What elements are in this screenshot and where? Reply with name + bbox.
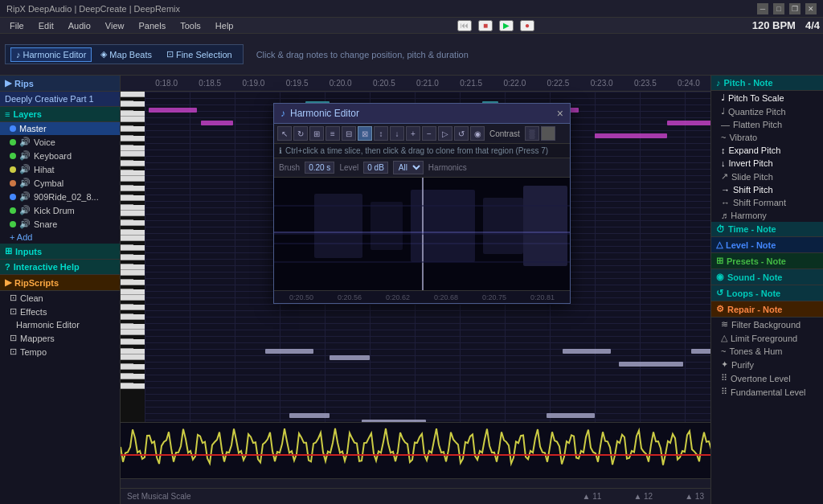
note-0[interactable] — [149, 108, 197, 113]
modal-time-1: 0:20.56 — [326, 293, 374, 301]
modal-tool-minus2[interactable]: − — [422, 126, 436, 141]
tones-hum[interactable]: ~ Tones & Hum — [711, 345, 823, 358]
note-9[interactable] — [330, 355, 370, 360]
modal-tool-undo[interactable]: ↺ — [454, 126, 469, 141]
section-pitch-note[interactable]: ♪ Pitch - Note — [711, 76, 823, 91]
close-button[interactable]: ✕ — [805, 3, 817, 14]
modal-spectrogram[interactable] — [274, 178, 570, 290]
modal-tool-minus[interactable]: ⊟ — [342, 126, 356, 141]
note-12[interactable] — [691, 349, 710, 354]
section-time-note[interactable]: ⏱ Time - Note — [711, 222, 823, 237]
pitch-to-scale[interactable]: ♩ Pitch To Scale — [711, 91, 823, 104]
menu-tools[interactable]: Tools — [174, 19, 207, 32]
ripscript-tempo[interactable]: ⊡ Tempo — [0, 345, 120, 359]
invert-pitch[interactable]: ↓ Invert Pitch — [711, 157, 823, 170]
harmony[interactable]: ♬ Harmony — [711, 209, 823, 222]
layer-909ride[interactable]: 🔊 909Ride_02_8... — [0, 190, 120, 203]
expand-pitch[interactable]: ↕ Expand Pitch — [711, 144, 823, 157]
note-1[interactable] — [201, 121, 233, 125]
note-10[interactable] — [563, 349, 611, 354]
vibrato[interactable]: ~ Vibrato — [711, 131, 823, 144]
harmonic-editor-button[interactable]: ♪ Harmonic Editor — [10, 47, 92, 62]
stop-button[interactable]: ■ — [478, 20, 493, 31]
modal-tool-rotate[interactable]: ↻ — [293, 126, 308, 141]
time-sig-display[interactable]: 4/4 — [805, 19, 820, 31]
modal-tool-updown[interactable]: ↕ — [374, 126, 388, 141]
modal-tool-cursor[interactable]: ⊠ — [358, 126, 372, 141]
modal-tool-down[interactable]: ↓ — [390, 126, 404, 141]
fundamental-icon: ⠿ — [721, 387, 727, 397]
restore-button[interactable]: ❐ — [789, 3, 800, 14]
section-loops-note[interactable]: ↺ Loops - Note — [711, 285, 823, 301]
section-presets-note[interactable]: ⊞ Presets - Note — [711, 253, 823, 269]
harmonics-select[interactable]: All — [393, 161, 424, 174]
modal-tool-contrast[interactable]: ░ — [525, 126, 539, 141]
fine-selection-button[interactable]: ⊡ Fine Selection — [161, 47, 238, 62]
bpm-display[interactable]: 120 BPM — [752, 19, 796, 31]
skip-back-button[interactable]: ⏮ — [457, 20, 472, 31]
layer-master[interactable]: Master — [0, 122, 120, 135]
ripscript-harmonic-editor[interactable]: Harmonic Editor — [0, 318, 120, 331]
quantize-pitch[interactable]: ♩ Quantize Pitch — [711, 104, 823, 118]
minimize-button[interactable]: ─ — [757, 3, 768, 14]
modal-tool-eye[interactable]: ◉ — [470, 126, 485, 141]
shift-pitch[interactable]: → Shift Pitch — [711, 183, 823, 196]
grid-h-39 — [145, 342, 710, 343]
speaker-icon-7: 🔊 — [19, 219, 31, 229]
menu-view[interactable]: View — [99, 19, 131, 32]
section-sound-note[interactable]: ◉ Sound - Note — [711, 269, 823, 285]
play-button[interactable]: ▶ — [499, 20, 514, 31]
ripscript-effects[interactable]: ⊡ Effects — [0, 305, 120, 318]
slide-pitch[interactable]: ↗ Slide Pitch — [711, 170, 823, 183]
menu-edit[interactable]: Edit — [32, 19, 60, 32]
modal-tool-color[interactable] — [541, 126, 555, 141]
section-level-note[interactable]: △ Level - Note — [711, 237, 823, 253]
modal-tool-play[interactable]: ▷ — [438, 126, 452, 141]
layer-keyboard[interactable]: 🔊 Keyboard — [0, 149, 120, 162]
shift-formant[interactable]: ↔ Shift Formant — [711, 196, 823, 209]
map-beats-button[interactable]: ◈ Map Beats — [95, 47, 158, 62]
note-15[interactable] — [547, 413, 595, 418]
filter-background[interactable]: ≋ Filter Background — [711, 318, 823, 331]
layer-voice[interactable]: 🔊 Voice — [0, 135, 120, 149]
overtone-level[interactable]: ⠿ Overtone Level — [711, 371, 823, 385]
maximize-button[interactable]: □ — [773, 3, 784, 14]
menu-panels[interactable]: Panels — [133, 19, 173, 32]
purify[interactable]: ✦ Purify — [711, 358, 823, 371]
waveform-area — [121, 422, 710, 478]
note-6[interactable] — [595, 133, 667, 138]
menu-help[interactable]: Help — [209, 19, 240, 32]
layer-snare[interactable]: 🔊 Snare — [0, 217, 120, 231]
h-scrollbar[interactable] — [121, 478, 710, 488]
menu-audio[interactable]: Audio — [62, 19, 97, 32]
ripscript-clean[interactable]: ⊡ Clean — [0, 291, 120, 305]
section-repair-note[interactable]: ⚙ Repair - Note — [711, 301, 823, 318]
fundamental-level[interactable]: ⠿ Fundamental Level — [711, 385, 823, 399]
rip-current[interactable]: Deeply Creative Part 1 — [0, 92, 120, 107]
note-8[interactable] — [265, 349, 313, 354]
piano-key-2 — [121, 101, 145, 107]
modal-tool-lines[interactable]: ≡ — [326, 126, 340, 141]
modal-tool-plus[interactable]: + — [406, 126, 420, 141]
layer-cymbal[interactable]: 🔊 Cymbal — [0, 176, 120, 190]
note-7[interactable] — [667, 121, 710, 125]
note-13[interactable] — [289, 413, 330, 418]
ripscript-mappers[interactable]: ⊡ Mappers — [0, 331, 120, 345]
brush-value[interactable]: 0.20 s — [305, 162, 334, 174]
layer-kickdrum[interactable]: 🔊 Kick Drum — [0, 203, 120, 217]
add-layer-button[interactable]: + Add — [0, 231, 120, 244]
record-button[interactable]: ● — [520, 20, 534, 31]
menu-file[interactable]: File — [3, 19, 31, 32]
note-11[interactable] — [619, 362, 683, 367]
modal-time-5: 0:20.81 — [518, 293, 567, 301]
modal-close-button[interactable]: × — [557, 107, 563, 120]
window-controls[interactable]: ─ □ ❐ ✕ — [757, 3, 817, 14]
modal-tool-select[interactable]: ↖ — [277, 126, 292, 141]
level-value[interactable]: 0 dB — [363, 162, 388, 174]
modal-tool-grid[interactable]: ⊞ — [309, 126, 324, 141]
layer-cymbal-dot — [10, 180, 16, 186]
flatten-pitch[interactable]: — Flatten Pitch — [711, 118, 823, 131]
layer-keyboard-dot — [10, 153, 16, 159]
limit-foreground[interactable]: △ Limit Foreground — [711, 331, 823, 345]
layer-hihat[interactable]: 🔊 Hihat — [0, 162, 120, 176]
